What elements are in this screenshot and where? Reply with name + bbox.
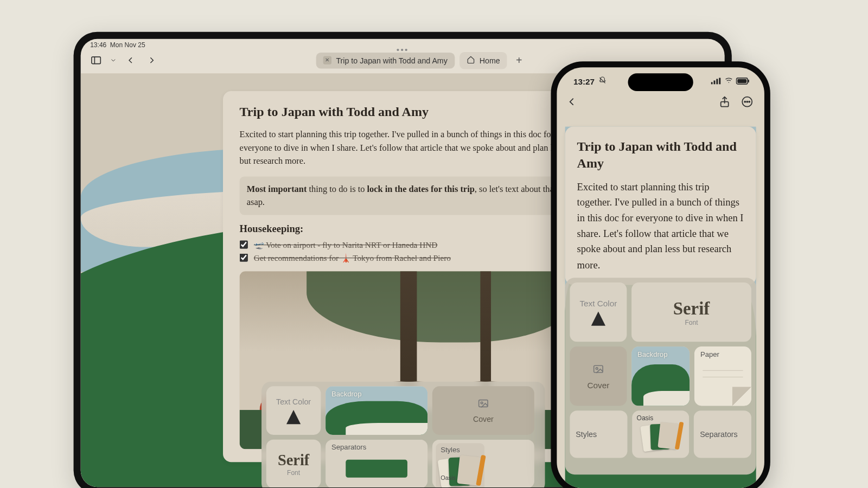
svg-point-17: [749, 101, 750, 102]
more-icon[interactable]: [741, 95, 754, 111]
iphone-style-palette: Text Color Serif Font Cover: [565, 278, 756, 474]
tile-styles[interactable]: Styles Oasis Paper: [432, 440, 534, 487]
tab-current-doc[interactable]: ✕ Trip to Japan with Todd and Amy: [316, 52, 455, 68]
ph-font-sublabel: Font: [685, 319, 698, 326]
doc-intro: Excited to start planning this trip toge…: [240, 128, 574, 168]
svg-rect-7: [716, 79, 718, 84]
svg-point-3: [481, 402, 483, 404]
tile-cover[interactable]: Cover: [432, 386, 534, 435]
checkbox-2[interactable]: [240, 254, 248, 262]
ph-tile-oasis[interactable]: Oasis: [632, 410, 690, 458]
ipad-multitask-dots[interactable]: •••: [397, 45, 409, 54]
ipad-time: 13:46: [90, 41, 106, 48]
iphone-time: 13:27: [573, 76, 595, 86]
separators-label: Separators: [331, 443, 366, 451]
ph-separators-label: Separators: [700, 430, 738, 439]
svg-point-16: [746, 101, 748, 102]
svg-rect-12: [748, 79, 749, 82]
tab-title: Trip to Japan with Todd and Amy: [336, 56, 447, 65]
cover-label: Cover: [473, 415, 494, 423]
new-tab-button[interactable]: +: [512, 54, 526, 67]
check1-text: 🛫 Vote on airport - fly to Narita NRT or…: [254, 240, 438, 250]
ph-tile-cover[interactable]: Cover: [570, 346, 627, 406]
ph-tile-separators[interactable]: Separators: [694, 410, 751, 458]
tab-close-icon[interactable]: ✕: [323, 56, 331, 65]
ph-cover-label: Cover: [587, 380, 609, 389]
svg-point-9: [729, 82, 729, 82]
ph-oasis-label: Oasis: [637, 414, 654, 421]
iphone-doc-intro: Excited to start planning this trip toge…: [577, 179, 744, 273]
home-icon: [467, 55, 475, 66]
iphone-screen: 13:27: [557, 67, 764, 488]
style-palette: Text Color Backdrop Cover Serif Font: [261, 382, 545, 487]
ph-tile-backdrop[interactable]: Backdrop: [631, 346, 690, 406]
doc-heading-housekeeping: Housekeeping:: [240, 223, 574, 235]
ph-styles-label: Styles: [576, 430, 597, 439]
styles-label: Styles: [441, 446, 460, 454]
cellular-icon: [711, 76, 722, 86]
ph-serif-label: Serif: [673, 299, 710, 319]
nav-back-icon[interactable]: [122, 52, 139, 69]
textcolor-label: Text Color: [276, 397, 311, 406]
tile-backdrop[interactable]: Backdrop: [326, 386, 427, 435]
tile-separators[interactable]: Separators: [326, 440, 427, 487]
svg-rect-0: [92, 57, 100, 64]
font-sublabel: Font: [287, 469, 300, 476]
silent-icon: [598, 76, 607, 87]
battery-icon: [736, 76, 750, 86]
ph-textcolor-label: Text Color: [579, 299, 617, 308]
svg-point-19: [596, 367, 598, 369]
ph-tile-paper[interactable]: Paper: [694, 346, 751, 406]
ph-paper-label: Paper: [700, 350, 719, 358]
ph-image-icon: [592, 363, 604, 377]
iphone-body: Trip to Japan with Todd and Amy Excited …: [565, 127, 756, 488]
tile-text-color[interactable]: Text Color: [266, 386, 321, 435]
checklist-item-1[interactable]: 🛫 Vote on airport - fly to Narita NRT or…: [240, 240, 574, 250]
callout-strong1: Most important: [247, 184, 307, 193]
iphone-doc-title: Trip to Japan with Todd and Amy: [577, 138, 744, 171]
callout-strong2: lock in the dates for this trip: [367, 184, 475, 193]
wifi-icon: [724, 76, 733, 87]
svg-rect-6: [713, 80, 715, 84]
svg-rect-8: [719, 78, 720, 84]
sidebar-chevron-icon[interactable]: [109, 52, 117, 69]
ph-backdrop-label: Backdrop: [637, 350, 667, 358]
ipad-date: Mon Nov 25: [110, 41, 145, 48]
checklist-item-2[interactable]: Get recommendations for 🗼 Tokyo from Rac…: [240, 253, 574, 263]
nav-forward-icon[interactable]: [144, 52, 161, 69]
doc-title: Trip to Japan with Todd and Amy: [240, 104, 574, 119]
iphone-doc-card[interactable]: Trip to Japan with Todd and Amy Excited …: [565, 127, 756, 285]
serif-label: Serif: [278, 452, 309, 470]
back-icon[interactable]: [565, 95, 578, 111]
check2-text: Get recommendations for 🗼 Tokyo from Rac…: [254, 253, 451, 263]
tab-home[interactable]: Home: [459, 52, 507, 69]
svg-rect-5: [711, 82, 713, 84]
share-icon[interactable]: [718, 95, 731, 111]
tile-font[interactable]: Serif Font: [266, 440, 321, 487]
tab-home-label: Home: [480, 56, 500, 65]
dynamic-island: [628, 73, 693, 91]
svg-point-15: [744, 101, 745, 102]
separator-swatch: [346, 460, 407, 478]
oasis-label: Oasis: [441, 474, 456, 481]
iphone-device: 13:27: [551, 61, 770, 488]
ph-tile-font[interactable]: Serif Font: [631, 282, 751, 342]
image-icon: [477, 397, 489, 412]
ph-tile-styles[interactable]: Styles: [570, 410, 627, 458]
backdrop-label: Backdrop: [331, 390, 361, 398]
checkbox-1[interactable]: [240, 240, 248, 248]
ph-tile-text-color[interactable]: Text Color: [570, 282, 627, 342]
svg-rect-11: [737, 79, 746, 82]
ph-pen-icon: [591, 312, 605, 326]
pen-icon: [286, 410, 301, 424]
sidebar-toggle-icon[interactable]: [88, 52, 105, 69]
doc-callout: Most important thing to do is to lock in…: [240, 176, 574, 215]
callout-mid: thing to do is to: [307, 184, 367, 193]
